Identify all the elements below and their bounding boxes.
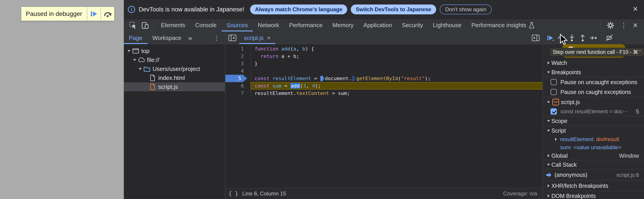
settings-gear-icon[interactable] (607, 21, 615, 29)
devtools-menu-icon[interactable]: ⋮ (618, 21, 630, 29)
expander-icon[interactable] (546, 118, 552, 123)
infobar-close-icon[interactable]: × (633, 5, 638, 13)
tree-expander-icon[interactable] (126, 48, 132, 53)
code-line-5[interactable]: 5const resultElement = document.getEleme… (226, 75, 542, 82)
close-tab-icon[interactable]: × (267, 34, 271, 41)
device-toolbar-icon[interactable] (141, 21, 149, 29)
expander-icon[interactable] (546, 100, 552, 105)
tree-row-script-js[interactable]: script.js (124, 82, 225, 91)
expander-icon[interactable] (553, 137, 559, 142)
section-xhr-breakpoints[interactable]: XHR/fetch Breakpoints (543, 181, 644, 191)
tree-expander-icon[interactable] (132, 57, 138, 62)
code-line-2[interactable]: 2 return a + b; (226, 52, 542, 60)
expander-icon[interactable] (546, 128, 552, 133)
breakpoint-group-scriptjs[interactable]: <>script.js (543, 97, 644, 107)
navigator-menu-icon[interactable]: ⋮ (214, 34, 225, 42)
expander-icon[interactable] (546, 162, 552, 167)
tab-security[interactable]: Security (397, 19, 428, 31)
step-over-button[interactable] (557, 34, 565, 42)
tab-lighthouse[interactable]: Lighthouse (428, 19, 466, 31)
breakpoint-marker[interactable]: 5 (226, 75, 247, 82)
pretty-print-icon[interactable]: { } (228, 191, 238, 197)
expander-icon[interactable] (546, 183, 552, 188)
token-pl: ); (315, 83, 321, 89)
navigator-tab-page[interactable]: Page (124, 32, 148, 44)
code-line-1[interactable]: 1function add(a, b) { (226, 45, 542, 52)
token-vr: resultElement (272, 76, 311, 81)
code-line-7[interactable]: 7resultElement.textContent = sum; (226, 90, 542, 97)
token-nm: 3 (303, 83, 306, 89)
devtools-window: i DevTools is now available in Japanese!… (124, 0, 644, 199)
tab-performance[interactable]: Performance (284, 19, 328, 31)
line-number[interactable]: 7 (226, 90, 247, 97)
scope-var-resultelement[interactable]: resultElement: div#result (543, 135, 644, 143)
breakpoint-enabled-checkbox[interactable] (550, 108, 557, 115)
tree-row-file-protocol[interactable]: file:// (124, 55, 225, 64)
pause-caught-checkbox[interactable]: Pause on caught exceptions (543, 87, 644, 97)
line-number[interactable]: 6 (226, 82, 247, 90)
tree-item-label: top (141, 47, 150, 54)
tab-application[interactable]: Application (358, 19, 397, 31)
scope-global[interactable]: GlobalWindow (543, 152, 644, 160)
scope-var-sum[interactable]: sum: <value unavailable> (543, 143, 644, 152)
tab-memory[interactable]: Memory (328, 19, 358, 31)
line-number[interactable]: 4 (226, 67, 247, 75)
breakpoint-line-number: 5 (636, 108, 644, 115)
breakpoint-entry-line5[interactable]: const resultElement = doc⋯5 (543, 107, 644, 116)
pause-uncaught-checkbox-box[interactable] (550, 79, 557, 85)
code-line-6[interactable]: 6const sum = add(3, 4); (226, 82, 542, 90)
toggle-debugger-sidebar-icon[interactable] (532, 34, 540, 41)
pause-caught-checkbox-box[interactable] (550, 89, 557, 95)
resume-button[interactable] (546, 34, 554, 42)
tree-row-project-folder[interactable]: Users/user/project (124, 64, 225, 73)
code-line-4[interactable]: 4 (226, 67, 542, 75)
navigator-tab-workspace[interactable]: Workspace (148, 32, 186, 44)
code-line-3[interactable]: 3} (226, 60, 542, 67)
deactivate-breakpoints-button[interactable] (606, 34, 613, 42)
devtools-close-icon[interactable]: × (631, 21, 640, 30)
tab-console[interactable]: Console (190, 19, 221, 31)
editor-tab-scriptjs[interactable]: script.js × (239, 32, 275, 44)
pause-uncaught-checkbox[interactable]: Pause on uncaught exceptions (543, 77, 644, 87)
tree-row-top[interactable]: top (124, 46, 225, 55)
code-editor[interactable]: 1function add(a, b) {2 return a + b;3}45… (226, 44, 542, 188)
line-number[interactable]: 2 (226, 52, 247, 60)
expander-icon[interactable] (546, 194, 552, 198)
tab-elements[interactable]: Elements (156, 19, 190, 31)
line-number[interactable]: 1 (226, 45, 247, 52)
tree-expander-icon[interactable] (137, 66, 143, 71)
step-into-button[interactable] (568, 34, 576, 42)
scope-property: sum: <value unavailable> (560, 144, 621, 151)
line-number[interactable]: 3 (226, 60, 247, 67)
inline-breakpoint-marker[interactable] (352, 76, 356, 81)
scope-property: resultElement: div#result (560, 136, 619, 143)
expander-icon[interactable] (546, 60, 552, 65)
inline-breakpoint-marker-active[interactable] (320, 76, 324, 81)
infobar-action-0[interactable]: Always match Chrome's language (250, 4, 348, 14)
breakpoint-group-label: script.js (561, 99, 580, 105)
scope-script[interactable]: Script (543, 126, 644, 135)
section-scope[interactable]: Scope (543, 116, 644, 126)
section-watch[interactable]: Watch (543, 58, 644, 67)
step-button[interactable] (590, 34, 597, 42)
tab-sources[interactable]: Sources (222, 19, 253, 31)
tab-performance-insights[interactable]: Performance insights (466, 19, 540, 31)
toggle-navigator-icon[interactable] (228, 34, 236, 41)
tree-row-index-html[interactable]: index.html (124, 73, 225, 82)
section-call-stack[interactable]: Call Stack (543, 160, 644, 169)
banner-step-over-button[interactable] (101, 7, 114, 21)
section-dom-breakpoints[interactable]: DOM Breakpoints (543, 191, 644, 199)
step-out-button[interactable] (579, 34, 586, 42)
more-tabs-icon[interactable]: » (186, 34, 194, 42)
coverage-status: Coverage: n/a (503, 191, 537, 197)
call-stack-frame-anonymous[interactable]: (anonymous)script.js:6 (543, 169, 644, 180)
tab-network[interactable]: Network (253, 19, 284, 31)
section-label: DOM Breakpoints (552, 193, 596, 199)
inspect-element-icon[interactable] (129, 21, 137, 29)
section-breakpoints[interactable]: Breakpoints (543, 67, 644, 77)
expander-icon[interactable] (546, 70, 552, 75)
expander-icon[interactable] (546, 153, 552, 158)
infobar-action-1[interactable]: Switch DevTools to Japanese (351, 4, 436, 14)
banner-resume-button[interactable] (88, 7, 100, 21)
infobar-action-2[interactable]: Don't show again (440, 4, 492, 14)
